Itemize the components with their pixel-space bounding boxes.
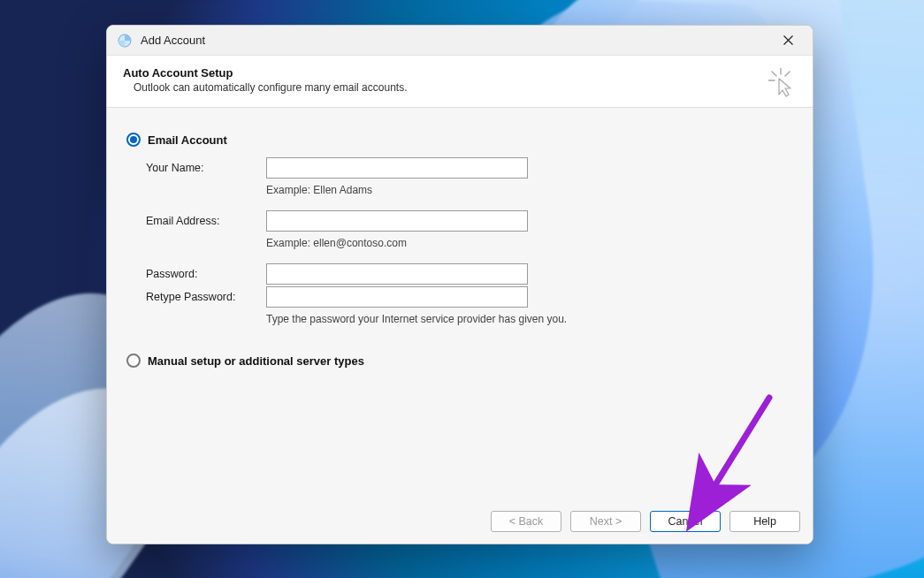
email-account-form: Your Name: Example: Ellen Adams Email Ad… — [146, 157, 793, 325]
radio-checked-icon — [126, 133, 141, 147]
wizard-body: Email Account Your Name: Example: Ellen … — [107, 108, 813, 498]
app-icon — [116, 32, 134, 49]
retype-password-input[interactable] — [266, 286, 528, 308]
wizard-footer: < Back Next > Cancel Help — [107, 498, 813, 544]
window-title: Add Account — [141, 34, 770, 47]
email-address-label: Email Address: — [146, 215, 259, 227]
password-label: Password: — [146, 268, 259, 280]
wizard-header: Auto Account Setup Outlook can automatic… — [107, 56, 813, 108]
next-button[interactable]: Next > — [570, 511, 641, 532]
your-name-input[interactable] — [266, 157, 528, 179]
wizard-cursor-icon — [767, 66, 797, 98]
email-address-input[interactable] — [266, 210, 528, 232]
close-button[interactable] — [770, 28, 806, 53]
your-name-label: Your Name: — [146, 162, 259, 174]
cancel-button[interactable]: Cancel — [650, 511, 721, 532]
password-hint: Type the password your Internet service … — [266, 313, 793, 325]
your-name-hint: Example: Ellen Adams — [266, 184, 793, 196]
email-address-hint: Example: ellen@contoso.com — [266, 237, 793, 249]
svg-line-2 — [772, 72, 776, 76]
help-button[interactable]: Help — [729, 511, 800, 532]
title-bar[interactable]: Add Account — [107, 26, 813, 56]
radio-email-account-label: Email Account — [148, 133, 227, 147]
radio-manual-setup[interactable]: Manual setup or additional server types — [126, 354, 793, 368]
radio-email-account[interactable]: Email Account — [126, 133, 793, 147]
header-subtitle: Outlook can automatically configure many… — [134, 81, 767, 94]
radio-unchecked-icon — [126, 354, 141, 368]
add-account-dialog: Add Account Auto Account Setup Outlook c… — [106, 25, 813, 544]
header-title: Auto Account Setup — [123, 66, 767, 80]
retype-password-label: Retype Password: — [146, 291, 259, 303]
back-button[interactable]: < Back — [491, 511, 561, 532]
password-input[interactable] — [266, 263, 528, 285]
radio-manual-setup-label: Manual setup or additional server types — [148, 354, 364, 368]
svg-line-3 — [785, 72, 790, 76]
